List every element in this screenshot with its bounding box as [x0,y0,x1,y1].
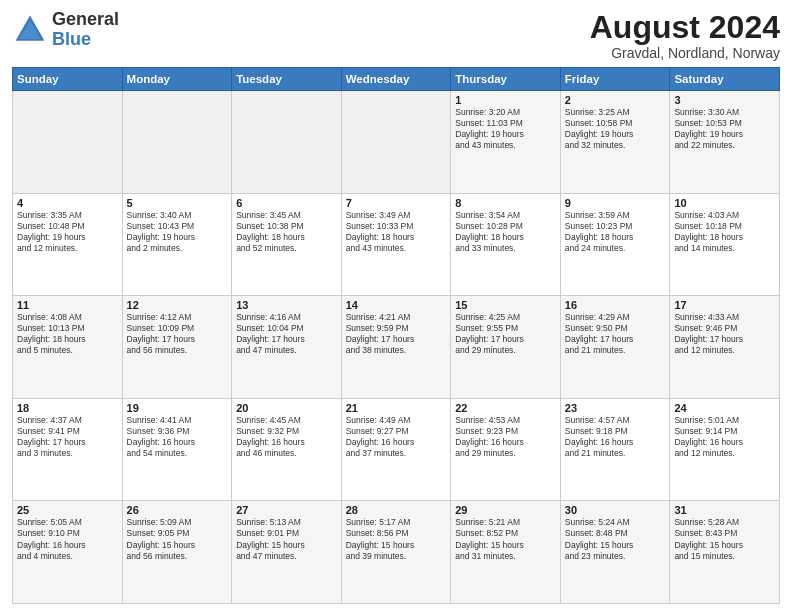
day-number: 24 [674,402,775,414]
calendar-cell: 21Sunrise: 4:49 AM Sunset: 9:27 PM Dayli… [341,398,451,501]
day-info: Sunrise: 3:49 AM Sunset: 10:33 PM Daylig… [346,210,447,254]
calendar-week-4: 18Sunrise: 4:37 AM Sunset: 9:41 PM Dayli… [13,398,780,501]
day-number: 17 [674,299,775,311]
day-number: 6 [236,197,337,209]
day-number: 5 [127,197,228,209]
day-info: Sunrise: 5:09 AM Sunset: 9:05 PM Dayligh… [127,517,228,561]
day-number: 31 [674,504,775,516]
day-info: Sunrise: 4:03 AM Sunset: 10:18 PM Daylig… [674,210,775,254]
calendar-cell [122,91,232,194]
day-info: Sunrise: 5:24 AM Sunset: 8:48 PM Dayligh… [565,517,666,561]
calendar-cell: 27Sunrise: 5:13 AM Sunset: 9:01 PM Dayli… [232,501,342,604]
day-number: 9 [565,197,666,209]
calendar-cell: 28Sunrise: 5:17 AM Sunset: 8:56 PM Dayli… [341,501,451,604]
day-info: Sunrise: 5:05 AM Sunset: 9:10 PM Dayligh… [17,517,118,561]
day-info: Sunrise: 4:57 AM Sunset: 9:18 PM Dayligh… [565,415,666,459]
calendar-cell: 20Sunrise: 4:45 AM Sunset: 9:32 PM Dayli… [232,398,342,501]
header-row: Sunday Monday Tuesday Wednesday Thursday… [13,68,780,91]
day-number: 20 [236,402,337,414]
calendar-week-2: 4Sunrise: 3:35 AM Sunset: 10:48 PM Dayli… [13,193,780,296]
day-info: Sunrise: 3:20 AM Sunset: 11:03 PM Daylig… [455,107,556,151]
day-number: 1 [455,94,556,106]
day-number: 11 [17,299,118,311]
calendar-cell [13,91,123,194]
col-friday: Friday [560,68,670,91]
day-info: Sunrise: 4:33 AM Sunset: 9:46 PM Dayligh… [674,312,775,356]
day-number: 22 [455,402,556,414]
day-info: Sunrise: 5:01 AM Sunset: 9:14 PM Dayligh… [674,415,775,459]
day-number: 23 [565,402,666,414]
calendar-table: Sunday Monday Tuesday Wednesday Thursday… [12,67,780,604]
calendar-cell: 12Sunrise: 4:12 AM Sunset: 10:09 PM Dayl… [122,296,232,399]
day-number: 12 [127,299,228,311]
day-info: Sunrise: 4:53 AM Sunset: 9:23 PM Dayligh… [455,415,556,459]
calendar-header: Sunday Monday Tuesday Wednesday Thursday… [13,68,780,91]
day-number: 19 [127,402,228,414]
calendar-cell: 1Sunrise: 3:20 AM Sunset: 11:03 PM Dayli… [451,91,561,194]
day-info: Sunrise: 4:21 AM Sunset: 9:59 PM Dayligh… [346,312,447,356]
day-info: Sunrise: 5:17 AM Sunset: 8:56 PM Dayligh… [346,517,447,561]
calendar-cell: 4Sunrise: 3:35 AM Sunset: 10:48 PM Dayli… [13,193,123,296]
day-number: 27 [236,504,337,516]
day-number: 29 [455,504,556,516]
calendar-cell: 5Sunrise: 3:40 AM Sunset: 10:43 PM Dayli… [122,193,232,296]
col-wednesday: Wednesday [341,68,451,91]
location-subtitle: Gravdal, Nordland, Norway [590,45,780,61]
day-info: Sunrise: 3:45 AM Sunset: 10:38 PM Daylig… [236,210,337,254]
calendar-cell: 31Sunrise: 5:28 AM Sunset: 8:43 PM Dayli… [670,501,780,604]
day-number: 14 [346,299,447,311]
calendar-cell: 7Sunrise: 3:49 AM Sunset: 10:33 PM Dayli… [341,193,451,296]
month-year-title: August 2024 [590,10,780,45]
day-info: Sunrise: 4:37 AM Sunset: 9:41 PM Dayligh… [17,415,118,459]
calendar-cell: 11Sunrise: 4:08 AM Sunset: 10:13 PM Dayl… [13,296,123,399]
calendar-cell: 23Sunrise: 4:57 AM Sunset: 9:18 PM Dayli… [560,398,670,501]
calendar-cell: 13Sunrise: 4:16 AM Sunset: 10:04 PM Dayl… [232,296,342,399]
day-info: Sunrise: 4:08 AM Sunset: 10:13 PM Daylig… [17,312,118,356]
col-monday: Monday [122,68,232,91]
title-block: August 2024 Gravdal, Nordland, Norway [590,10,780,61]
day-number: 30 [565,504,666,516]
day-number: 7 [346,197,447,209]
day-number: 13 [236,299,337,311]
calendar-cell: 25Sunrise: 5:05 AM Sunset: 9:10 PM Dayli… [13,501,123,604]
day-info: Sunrise: 4:41 AM Sunset: 9:36 PM Dayligh… [127,415,228,459]
day-info: Sunrise: 5:13 AM Sunset: 9:01 PM Dayligh… [236,517,337,561]
day-info: Sunrise: 4:25 AM Sunset: 9:55 PM Dayligh… [455,312,556,356]
calendar-body: 1Sunrise: 3:20 AM Sunset: 11:03 PM Dayli… [13,91,780,604]
day-number: 10 [674,197,775,209]
logo-general: General [52,10,119,30]
logo-icon [12,12,48,48]
header: General Blue August 2024 Gravdal, Nordla… [12,10,780,61]
calendar-cell: 22Sunrise: 4:53 AM Sunset: 9:23 PM Dayli… [451,398,561,501]
calendar-cell: 10Sunrise: 4:03 AM Sunset: 10:18 PM Dayl… [670,193,780,296]
calendar-cell: 19Sunrise: 4:41 AM Sunset: 9:36 PM Dayli… [122,398,232,501]
page: General Blue August 2024 Gravdal, Nordla… [0,0,792,612]
day-number: 25 [17,504,118,516]
col-thursday: Thursday [451,68,561,91]
day-number: 8 [455,197,556,209]
day-info: Sunrise: 5:28 AM Sunset: 8:43 PM Dayligh… [674,517,775,561]
day-number: 3 [674,94,775,106]
calendar-cell: 2Sunrise: 3:25 AM Sunset: 10:58 PM Dayli… [560,91,670,194]
calendar-cell: 3Sunrise: 3:30 AM Sunset: 10:53 PM Dayli… [670,91,780,194]
calendar-cell: 18Sunrise: 4:37 AM Sunset: 9:41 PM Dayli… [13,398,123,501]
day-info: Sunrise: 3:59 AM Sunset: 10:23 PM Daylig… [565,210,666,254]
logo-text: General Blue [52,10,119,50]
day-number: 2 [565,94,666,106]
calendar-cell [341,91,451,194]
day-info: Sunrise: 3:25 AM Sunset: 10:58 PM Daylig… [565,107,666,151]
calendar-cell: 14Sunrise: 4:21 AM Sunset: 9:59 PM Dayli… [341,296,451,399]
calendar-cell: 24Sunrise: 5:01 AM Sunset: 9:14 PM Dayli… [670,398,780,501]
calendar-week-5: 25Sunrise: 5:05 AM Sunset: 9:10 PM Dayli… [13,501,780,604]
logo-blue: Blue [52,30,119,50]
calendar-cell: 8Sunrise: 3:54 AM Sunset: 10:28 PM Dayli… [451,193,561,296]
calendar-cell: 29Sunrise: 5:21 AM Sunset: 8:52 PM Dayli… [451,501,561,604]
calendar-cell: 6Sunrise: 3:45 AM Sunset: 10:38 PM Dayli… [232,193,342,296]
col-saturday: Saturday [670,68,780,91]
day-info: Sunrise: 4:49 AM Sunset: 9:27 PM Dayligh… [346,415,447,459]
calendar-cell: 15Sunrise: 4:25 AM Sunset: 9:55 PM Dayli… [451,296,561,399]
col-tuesday: Tuesday [232,68,342,91]
day-number: 21 [346,402,447,414]
calendar-week-3: 11Sunrise: 4:08 AM Sunset: 10:13 PM Dayl… [13,296,780,399]
day-number: 15 [455,299,556,311]
